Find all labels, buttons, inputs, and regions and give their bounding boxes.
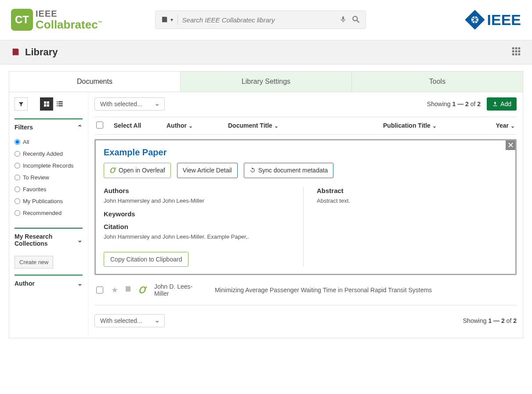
col-author[interactable]: Author⌄ xyxy=(166,122,219,129)
tab-tools[interactable]: Tools xyxy=(351,72,523,92)
card-title[interactable]: Example Paper xyxy=(104,147,507,158)
filter-to-review[interactable]: To Review xyxy=(14,172,83,183)
filter-all[interactable]: All xyxy=(14,136,83,148)
view-grid-button[interactable] xyxy=(40,97,53,111)
collabratec-logo[interactable]: CT IEEE Collabratec™ xyxy=(11,9,102,31)
sync-metadata-button[interactable]: Sync document metadata xyxy=(244,163,334,178)
row-title: Minimizing Average Passenger Waiting Tim… xyxy=(215,287,515,294)
book-dropdown-icon[interactable]: ▾ xyxy=(161,16,173,24)
keywords-heading: Keywords xyxy=(104,210,294,218)
svg-line-1 xyxy=(357,20,359,22)
author-filter-panel: Author ⌄ xyxy=(14,275,83,287)
col-select-all[interactable]: Select All xyxy=(114,122,158,129)
citation-heading: Citation xyxy=(104,223,294,230)
svg-rect-14 xyxy=(47,101,49,104)
tabs: Documents Library Settings Tools xyxy=(9,71,523,92)
logo-ieee-text: IEEE xyxy=(36,9,102,18)
abstract-text: Abstract text. xyxy=(317,197,507,205)
section-bar: Library xyxy=(0,40,532,64)
svg-rect-20 xyxy=(58,103,63,104)
grid-menu-icon[interactable] xyxy=(511,47,521,57)
chevron-down-icon: ⌄ xyxy=(77,236,83,244)
svg-rect-11 xyxy=(515,54,518,56)
section-title: Library xyxy=(11,47,58,58)
svg-rect-19 xyxy=(57,103,58,104)
chevron-down-icon: ⌄ xyxy=(432,123,437,129)
search-bar: ▾ xyxy=(155,11,366,29)
collections-header[interactable]: My Research Collections ⌄ xyxy=(14,233,83,247)
svg-point-0 xyxy=(353,16,357,21)
select-all-checkbox[interactable] xyxy=(96,122,103,129)
upload-icon xyxy=(492,101,498,107)
chevron-down-icon: ⌄ xyxy=(77,280,83,287)
filters-panel: Filters ⌃ All Recently Added Incomplete … xyxy=(14,118,83,219)
svg-rect-21 xyxy=(57,105,58,106)
table-header: Select All Author⌄ Document Title⌄ Publi… xyxy=(94,117,517,135)
filter-favorites[interactable]: Favorites xyxy=(14,183,83,195)
close-button[interactable]: ✕ xyxy=(506,140,515,150)
view-list-button[interactable] xyxy=(53,97,66,111)
showing-text-bottom: Showing 1 — 2 of 2 xyxy=(463,317,517,324)
svg-rect-10 xyxy=(512,54,514,56)
svg-rect-16 xyxy=(47,104,49,106)
authors-text: John Hammersley and John Lees-Miller xyxy=(104,197,294,205)
row-author: John D. Lees-Miller xyxy=(154,283,207,297)
svg-rect-9 xyxy=(518,50,521,53)
svg-rect-7 xyxy=(512,50,514,53)
svg-rect-4 xyxy=(512,47,514,50)
filter-recently-added[interactable]: Recently Added xyxy=(14,148,83,160)
view-article-detail-button[interactable]: View Article Detail xyxy=(177,163,238,178)
abstract-heading: Abstract xyxy=(317,187,507,194)
sidebar: Filters ⌃ All Recently Added Incomplete … xyxy=(9,92,88,338)
filter-recommended[interactable]: Recommended xyxy=(14,207,83,219)
create-new-button[interactable]: Create new xyxy=(14,256,53,269)
svg-rect-22 xyxy=(58,105,63,106)
sync-icon xyxy=(250,167,256,173)
showing-text: Showing 1 — 2 of 2 xyxy=(427,100,481,107)
copy-citation-button[interactable]: Copy Citation to Clipboard xyxy=(104,252,188,267)
mic-icon[interactable] xyxy=(339,15,347,25)
svg-rect-15 xyxy=(44,104,46,106)
add-button[interactable]: Add xyxy=(487,97,517,111)
header: CT IEEE Collabratec™ ▾ IEEE xyxy=(0,0,532,40)
tab-library-settings[interactable]: Library Settings xyxy=(180,72,351,92)
ct-badge-icon: CT xyxy=(11,9,33,31)
search-input[interactable] xyxy=(182,16,335,24)
filters-header[interactable]: Filters ⌃ xyxy=(14,124,83,131)
chevron-down-icon: ⌄ xyxy=(510,123,515,129)
ieee-logo[interactable]: IEEE xyxy=(465,10,521,29)
svg-rect-13 xyxy=(44,101,46,104)
svg-rect-18 xyxy=(58,101,63,102)
svg-rect-6 xyxy=(518,47,521,50)
chevron-down-icon: ⌄ xyxy=(188,123,193,129)
collections-panel: My Research Collections ⌄ Create new xyxy=(14,228,83,269)
table-row[interactable]: ★ Ơ John D. Lees-Miller Minimizing Avera… xyxy=(94,275,517,305)
row-checkbox[interactable] xyxy=(96,287,103,294)
svg-rect-8 xyxy=(515,50,518,53)
tab-documents[interactable]: Documents xyxy=(9,72,180,92)
main-panel: With selected... Showing 1 — 2 of 2 Add … xyxy=(88,92,523,338)
filter-toggle-button[interactable] xyxy=(14,97,28,111)
ieee-diamond-icon xyxy=(465,10,485,29)
author-filter-header[interactable]: Author ⌄ xyxy=(14,280,83,287)
authors-heading: Authors xyxy=(104,187,294,194)
open-in-overleaf-button[interactable]: ƠOpen in Overleaf xyxy=(104,163,171,178)
overleaf-icon[interactable]: Ơ xyxy=(138,285,146,295)
document-detail-card: ✕ Example Paper ƠOpen in Overleaf View A… xyxy=(94,139,517,276)
overleaf-icon: Ơ xyxy=(109,166,116,175)
citation-text: John Hammersley and John Lees-Miller. Ex… xyxy=(104,233,294,241)
book-icon[interactable] xyxy=(124,285,132,295)
filter-my-publications[interactable]: My Publications xyxy=(14,195,83,207)
search-icon[interactable] xyxy=(351,15,360,25)
with-selected-dropdown[interactable]: With selected... xyxy=(94,97,165,111)
svg-rect-17 xyxy=(57,101,58,102)
col-year[interactable]: Year⌄ xyxy=(489,122,515,129)
chevron-down-icon: ⌄ xyxy=(274,123,279,129)
filter-incomplete[interactable]: Incomplete Records xyxy=(14,160,83,172)
star-icon[interactable]: ★ xyxy=(111,285,118,295)
col-publication-title[interactable]: Publication Title⌄ xyxy=(383,122,480,129)
svg-rect-12 xyxy=(518,54,521,56)
with-selected-dropdown-bottom[interactable]: With selected... xyxy=(94,314,165,327)
col-document-title[interactable]: Document Title⌄ xyxy=(228,122,374,129)
chevron-up-icon: ⌃ xyxy=(77,124,83,131)
